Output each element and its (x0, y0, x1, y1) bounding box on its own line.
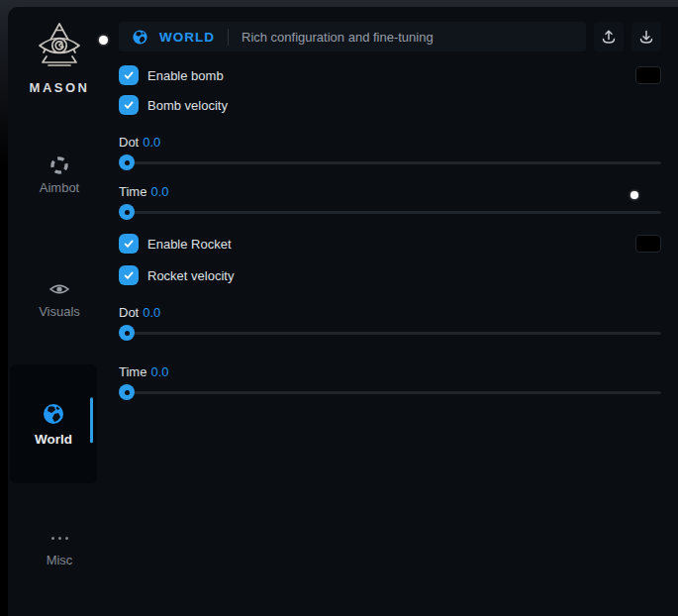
sidebar-item-label: Visuals (39, 304, 80, 319)
slider-thumb[interactable] (119, 154, 135, 170)
download-icon (638, 29, 654, 45)
enable-bomb-row: Enable bomb (119, 65, 661, 85)
rocket-time-slider[interactable] (119, 384, 661, 400)
bomb-dot-slider-label: Dot0.0 (119, 135, 661, 150)
check-icon (123, 69, 135, 81)
page-subtitle: Rich configuration and fine-tuning (242, 30, 434, 45)
rocket-dot-slider-label: Dot0.0 (119, 305, 661, 320)
ellipsis-icon (51, 528, 68, 548)
mason-menu-window: MASON Aimbot Visuals World Misc (8, 7, 678, 616)
slider-thumb[interactable] (119, 384, 135, 400)
slider-track[interactable] (119, 391, 661, 394)
slider-name: Dot (119, 305, 139, 320)
page-title: WORLD (159, 30, 215, 45)
cursor-dot (99, 36, 108, 45)
slider-track[interactable] (119, 161, 661, 164)
sidebar-item-label: Aimbot (40, 180, 79, 195)
enable-bomb-checkbox[interactable] (119, 65, 139, 85)
sidebar-item-visuals[interactable]: Visuals (8, 279, 111, 319)
rocket-time-slider-label: Time0.0 (119, 364, 661, 379)
enable-rocket-checkbox[interactable] (119, 234, 139, 254)
rocket-color-swatch[interactable] (635, 235, 661, 253)
globe-icon (132, 29, 148, 46)
slider-name: Time (119, 184, 146, 199)
sidebar-item-misc[interactable]: Misc (8, 528, 111, 567)
header-divider (228, 29, 229, 46)
enable-rocket-row: Enable Rocket (119, 234, 661, 254)
sidebar: MASON Aimbot Visuals World Misc (8, 7, 111, 616)
rocket-dot-slider-group: Dot0.0 (119, 305, 661, 341)
enable-rocket-label: Enable Rocket (147, 237, 232, 252)
check-icon (123, 99, 135, 111)
rocket-dot-slider[interactable] (119, 325, 661, 341)
bomb-dot-slider[interactable] (119, 154, 661, 170)
mason-logo: MASON (8, 21, 111, 95)
bomb-velocity-checkbox[interactable] (119, 95, 139, 115)
pyramid-eye-logo-icon (35, 21, 84, 74)
slider-name: Dot (119, 135, 139, 150)
upload-icon (601, 29, 617, 45)
slider-thumb[interactable] (119, 325, 135, 341)
bomb-velocity-label: Bomb velocity (147, 98, 228, 113)
check-icon (123, 238, 135, 250)
globe-icon (42, 402, 65, 426)
bomb-time-slider[interactable] (119, 204, 661, 220)
slider-value: 0.0 (143, 135, 160, 150)
sidebar-item-label: World (35, 432, 72, 447)
rocket-velocity-label: Rocket velocity (147, 268, 234, 283)
sidebar-item-world[interactable]: World (10, 364, 97, 483)
import-config-button[interactable] (594, 22, 624, 51)
brand-text: MASON (8, 80, 111, 95)
slider-value: 0.0 (150, 184, 168, 199)
header-row: WORLD Rich configuration and fine-tuning (119, 22, 661, 51)
crosshair-icon (49, 155, 69, 175)
world-tab-content: WORLD Rich configuration and fine-tuning (111, 7, 678, 616)
slider-value: 0.0 (143, 305, 160, 320)
bomb-time-slider-label: Time0.0 (119, 184, 661, 199)
slider-name: Time (119, 364, 146, 379)
rocket-velocity-row: Rocket velocity (119, 265, 661, 285)
bomb-time-slider-group: Time0.0 (119, 184, 661, 220)
slider-track[interactable] (119, 211, 661, 214)
cursor-dot (630, 191, 638, 199)
active-tab-indicator (90, 397, 93, 443)
eye-icon (48, 279, 70, 299)
slider-value: 0.0 (150, 364, 168, 379)
bomb-dot-slider-group: Dot0.0 (119, 135, 661, 170)
sidebar-item-aimbot[interactable]: Aimbot (8, 155, 111, 195)
tab-header-bar: WORLD Rich configuration and fine-tuning (119, 22, 586, 51)
rocket-time-slider-group: Time0.0 (119, 364, 661, 400)
rocket-velocity-checkbox[interactable] (119, 265, 139, 285)
export-config-button[interactable] (631, 22, 661, 51)
check-icon (123, 269, 135, 281)
bomb-velocity-row: Bomb velocity (119, 95, 661, 115)
enable-bomb-label: Enable bomb (147, 68, 224, 83)
slider-thumb[interactable] (119, 204, 135, 220)
slider-track[interactable] (119, 332, 661, 335)
bomb-color-swatch[interactable] (635, 66, 661, 84)
sidebar-item-label: Misc (47, 553, 73, 567)
